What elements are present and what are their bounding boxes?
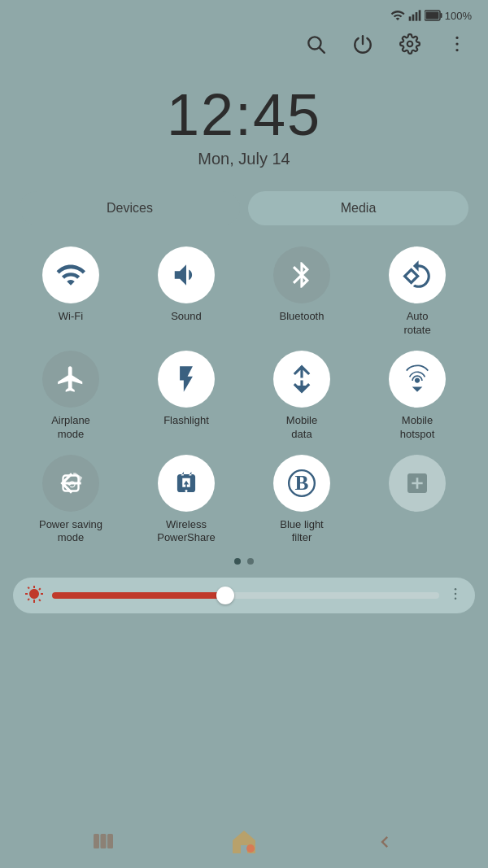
nav-recents-button[interactable] [83, 822, 124, 862]
tile-airplane-label: Airplane mode [51, 414, 90, 442]
svg-rect-3 [418, 10, 420, 20]
tile-flashlight-circle [158, 351, 215, 408]
nav-bar [0, 816, 488, 868]
svg-rect-6 [440, 13, 442, 18]
tile-mobilehotspot[interactable]: Mobile hotspot [359, 342, 475, 447]
clock-time: 12:45 [0, 81, 488, 148]
tile-wifi-circle [42, 246, 99, 303]
nav-home-button[interactable] [224, 822, 264, 862]
tile-airplane[interactable]: Airplane mode [13, 342, 129, 447]
battery-icon: 100% [425, 10, 472, 22]
tile-airplane-circle [42, 351, 99, 408]
wifi-status-icon [390, 8, 405, 23]
search-button[interactable] [301, 29, 330, 59]
tile-wirelesspowershare[interactable]: Wireless PowerShare [129, 447, 244, 551]
tile-sound-circle [158, 246, 215, 303]
status-bar: 100% [0, 0, 488, 23]
tile-bluelightfilter-circle: B [273, 455, 330, 512]
tile-flashlight-label: Flashlight [163, 414, 209, 428]
brightness-more-button[interactable] [447, 586, 464, 606]
svg-point-18 [455, 593, 457, 595]
svg-text:B: B [295, 470, 309, 493]
tile-mobilehotspot-label: Mobile hotspot [400, 414, 435, 442]
more-options-button[interactable] [442, 29, 472, 59]
svg-line-8 [320, 48, 325, 53]
svg-rect-5 [425, 12, 438, 20]
brightness-fill [52, 592, 226, 599]
tile-bluetooth[interactable]: Bluetooth [244, 238, 359, 342]
tile-powersaving[interactable]: ⟲ Power saving mode [13, 447, 129, 551]
tile-autorotate-circle [389, 246, 446, 303]
tile-mobiledata[interactable]: Mobile data [244, 342, 359, 447]
clock-area: 12:45 Mon, July 14 [0, 65, 488, 175]
quick-actions-bar [0, 23, 488, 65]
tile-wirelesspowershare-label: Wireless PowerShare [157, 518, 216, 546]
svg-rect-2 [415, 12, 417, 21]
tile-autorotate[interactable]: Auto rotate [359, 238, 475, 342]
tile-wifi-label: Wi-Fi [59, 310, 83, 324]
tile-mobiledata-label: Mobile data [286, 414, 317, 442]
power-button[interactable] [348, 29, 377, 59]
svg-point-19 [455, 597, 457, 600]
tile-mobiledata-circle [273, 351, 330, 408]
svg-point-12 [455, 49, 458, 51]
tile-bluetooth-label: Bluetooth [280, 310, 325, 324]
tile-add-circle [389, 455, 446, 512]
svg-rect-22 [107, 834, 113, 848]
tile-mobilehotspot-circle [389, 351, 446, 408]
tile-bluelightfilter[interactable]: B Blue light filter [244, 447, 359, 551]
tile-bluetooth-circle [273, 246, 330, 303]
brightness-icon [24, 584, 44, 607]
svg-rect-20 [94, 834, 99, 848]
page-dot-2 [247, 558, 254, 565]
clock-date: Mon, July 14 [0, 150, 488, 168]
svg-point-11 [455, 42, 458, 45]
nav-back-button[interactable] [364, 822, 405, 862]
battery-percent: 100% [445, 10, 472, 22]
tile-powersaving-circle: ⟲ [42, 455, 99, 512]
tab-devices[interactable]: Devices [20, 191, 240, 225]
tab-row: Devices Media [0, 175, 488, 238]
tile-wirelesspowershare-circle [158, 455, 215, 512]
tile-autorotate-label: Auto rotate [403, 310, 430, 338]
svg-point-9 [407, 41, 413, 47]
svg-text:⟲: ⟲ [67, 479, 76, 491]
brightness-row [13, 578, 475, 613]
brightness-track[interactable] [52, 592, 439, 599]
svg-point-10 [455, 37, 458, 39]
svg-rect-1 [412, 15, 414, 21]
tiles-grid: Wi-Fi Sound Bluetooth Auto rotate [0, 238, 488, 550]
tile-flashlight[interactable]: Flashlight [129, 342, 244, 447]
tile-wifi[interactable]: Wi-Fi [13, 238, 129, 342]
status-icons: 100% [390, 8, 472, 23]
svg-point-23 [246, 844, 255, 853]
svg-point-17 [455, 588, 457, 591]
page-dot-1 [234, 558, 241, 565]
tile-add[interactable] [359, 447, 475, 551]
tile-sound-label: Sound [171, 310, 202, 324]
settings-button[interactable] [395, 29, 425, 59]
tile-sound[interactable]: Sound [129, 238, 244, 342]
brightness-thumb [216, 587, 234, 604]
svg-rect-21 [100, 834, 106, 848]
svg-rect-0 [408, 16, 411, 20]
tile-powersaving-label: Power saving mode [39, 518, 102, 546]
page-dots [0, 550, 488, 574]
signal-icon [408, 8, 421, 23]
tile-bluelightfilter-label: Blue light filter [280, 518, 323, 546]
tab-media[interactable]: Media [248, 191, 468, 225]
